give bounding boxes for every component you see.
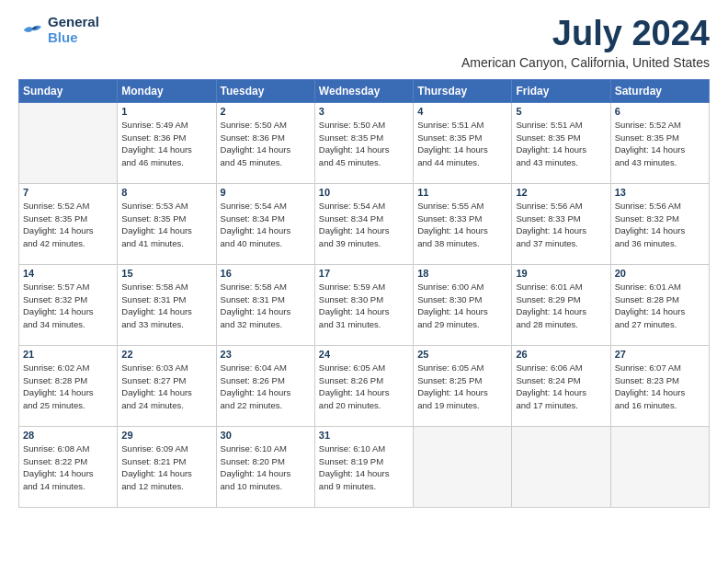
header: General Blue July 2024 American Canyon, … (18, 15, 710, 70)
day-info: Sunrise: 5:52 AM Sunset: 8:35 PM Dayligh… (23, 200, 113, 250)
day-number: 7 (23, 187, 113, 198)
day-number: 8 (121, 187, 211, 198)
day-info: Sunrise: 6:03 AM Sunset: 8:27 PM Dayligh… (121, 362, 211, 412)
calendar-cell: 6Sunrise: 5:52 AM Sunset: 8:35 PM Daylig… (610, 102, 709, 183)
day-info: Sunrise: 6:01 AM Sunset: 8:28 PM Dayligh… (615, 281, 705, 331)
calendar-cell: 27Sunrise: 6:07 AM Sunset: 8:23 PM Dayli… (610, 345, 709, 426)
day-info: Sunrise: 6:01 AM Sunset: 8:29 PM Dayligh… (516, 281, 606, 331)
calendar-cell: 28Sunrise: 6:08 AM Sunset: 8:22 PM Dayli… (19, 426, 118, 507)
calendar-header-sunday: Sunday (19, 79, 118, 102)
calendar-header-saturday: Saturday (610, 79, 709, 102)
day-info: Sunrise: 6:10 AM Sunset: 8:20 PM Dayligh… (221, 442, 311, 493)
calendar-cell: 16Sunrise: 5:58 AM Sunset: 8:31 PM Dayli… (216, 264, 314, 345)
calendar-week-5: 28Sunrise: 6:08 AM Sunset: 8:22 PM Dayli… (19, 426, 710, 507)
calendar-cell: 26Sunrise: 6:06 AM Sunset: 8:24 PM Dayli… (512, 345, 610, 426)
day-info: Sunrise: 6:06 AM Sunset: 8:24 PM Dayligh… (516, 362, 606, 412)
day-number: 27 (615, 349, 705, 360)
calendar-cell: 23Sunrise: 6:04 AM Sunset: 8:26 PM Dayli… (216, 345, 314, 426)
day-info: Sunrise: 5:55 AM Sunset: 8:33 PM Dayligh… (417, 200, 507, 250)
day-info: Sunrise: 5:51 AM Sunset: 8:35 PM Dayligh… (417, 119, 507, 169)
day-number: 1 (121, 106, 211, 117)
day-number: 19 (516, 268, 606, 279)
calendar-cell: 2Sunrise: 5:50 AM Sunset: 8:36 PM Daylig… (216, 102, 314, 183)
day-number: 21 (23, 349, 113, 360)
calendar-header-friday: Friday (512, 79, 610, 102)
day-number: 16 (221, 268, 311, 279)
day-info: Sunrise: 5:58 AM Sunset: 8:31 PM Dayligh… (221, 281, 311, 331)
day-info: Sunrise: 5:50 AM Sunset: 8:35 PM Dayligh… (319, 119, 409, 169)
logo-bird-icon (18, 20, 44, 40)
calendar-cell: 12Sunrise: 5:56 AM Sunset: 8:33 PM Dayli… (512, 183, 610, 264)
day-number: 3 (319, 106, 409, 117)
day-info: Sunrise: 5:51 AM Sunset: 8:35 PM Dayligh… (516, 119, 606, 169)
day-info: Sunrise: 5:53 AM Sunset: 8:35 PM Dayligh… (121, 200, 211, 250)
page: General Blue July 2024 American Canyon, … (0, 0, 728, 563)
day-info: Sunrise: 5:54 AM Sunset: 8:34 PM Dayligh… (221, 200, 311, 250)
calendar-cell: 18Sunrise: 6:00 AM Sunset: 8:30 PM Dayli… (414, 264, 512, 345)
calendar-week-1: 1Sunrise: 5:49 AM Sunset: 8:36 PM Daylig… (19, 102, 710, 183)
day-info: Sunrise: 6:08 AM Sunset: 8:22 PM Dayligh… (23, 442, 113, 493)
day-number: 31 (319, 430, 409, 441)
calendar-cell: 19Sunrise: 6:01 AM Sunset: 8:29 PM Dayli… (512, 264, 610, 345)
calendar-cell (414, 426, 512, 507)
calendar-cell: 25Sunrise: 6:05 AM Sunset: 8:25 PM Dayli… (414, 345, 512, 426)
calendar-cell: 31Sunrise: 6:10 AM Sunset: 8:19 PM Dayli… (314, 426, 413, 507)
calendar-cell (610, 426, 709, 507)
calendar-header-row: SundayMondayTuesdayWednesdayThursdayFrid… (19, 79, 710, 102)
calendar-cell: 15Sunrise: 5:58 AM Sunset: 8:31 PM Dayli… (118, 264, 216, 345)
calendar-cell: 21Sunrise: 6:02 AM Sunset: 8:28 PM Dayli… (19, 345, 118, 426)
day-number: 17 (319, 268, 409, 279)
calendar-cell: 1Sunrise: 5:49 AM Sunset: 8:36 PM Daylig… (118, 102, 216, 183)
day-number: 6 (615, 106, 705, 117)
day-number: 9 (221, 187, 311, 198)
day-info: Sunrise: 5:50 AM Sunset: 8:36 PM Dayligh… (221, 119, 311, 169)
calendar-cell: 22Sunrise: 6:03 AM Sunset: 8:27 PM Dayli… (118, 345, 216, 426)
day-number: 30 (221, 430, 311, 441)
logo-general: General (48, 15, 99, 30)
day-number: 26 (516, 349, 606, 360)
day-info: Sunrise: 5:56 AM Sunset: 8:33 PM Dayligh… (516, 200, 606, 250)
day-number: 5 (516, 106, 606, 117)
calendar-cell: 11Sunrise: 5:55 AM Sunset: 8:33 PM Dayli… (414, 183, 512, 264)
calendar-cell: 13Sunrise: 5:56 AM Sunset: 8:32 PM Dayli… (610, 183, 709, 264)
day-info: Sunrise: 5:49 AM Sunset: 8:36 PM Dayligh… (121, 119, 211, 169)
calendar-header-thursday: Thursday (414, 79, 512, 102)
day-number: 4 (417, 106, 507, 117)
logo: General Blue (18, 15, 99, 45)
calendar-week-3: 14Sunrise: 5:57 AM Sunset: 8:32 PM Dayli… (19, 264, 710, 345)
day-number: 28 (23, 430, 113, 441)
calendar-week-2: 7Sunrise: 5:52 AM Sunset: 8:35 PM Daylig… (19, 183, 710, 264)
calendar-cell (19, 102, 118, 183)
day-info: Sunrise: 6:05 AM Sunset: 8:25 PM Dayligh… (417, 362, 507, 412)
calendar-cell: 24Sunrise: 6:05 AM Sunset: 8:26 PM Dayli… (314, 345, 413, 426)
main-title: July 2024 (461, 15, 710, 53)
calendar-cell: 7Sunrise: 5:52 AM Sunset: 8:35 PM Daylig… (19, 183, 118, 264)
day-info: Sunrise: 6:05 AM Sunset: 8:26 PM Dayligh… (319, 362, 409, 412)
day-number: 29 (121, 430, 211, 441)
calendar-cell: 14Sunrise: 5:57 AM Sunset: 8:32 PM Dayli… (19, 264, 118, 345)
title-block: July 2024 American Canyon, California, U… (461, 15, 710, 70)
day-info: Sunrise: 6:10 AM Sunset: 8:19 PM Dayligh… (319, 442, 409, 493)
day-number: 2 (221, 106, 311, 117)
calendar-cell: 30Sunrise: 6:10 AM Sunset: 8:20 PM Dayli… (216, 426, 314, 507)
calendar-cell: 8Sunrise: 5:53 AM Sunset: 8:35 PM Daylig… (118, 183, 216, 264)
day-number: 11 (417, 187, 507, 198)
calendar-table: SundayMondayTuesdayWednesdayThursdayFrid… (18, 79, 710, 508)
day-info: Sunrise: 5:54 AM Sunset: 8:34 PM Dayligh… (319, 200, 409, 250)
subtitle: American Canyon, California, United Stat… (461, 55, 710, 70)
day-info: Sunrise: 6:07 AM Sunset: 8:23 PM Dayligh… (615, 362, 705, 412)
day-info: Sunrise: 5:57 AM Sunset: 8:32 PM Dayligh… (23, 281, 113, 331)
calendar-cell: 29Sunrise: 6:09 AM Sunset: 8:21 PM Dayli… (118, 426, 216, 507)
calendar-header-wednesday: Wednesday (314, 79, 413, 102)
day-info: Sunrise: 6:09 AM Sunset: 8:21 PM Dayligh… (121, 442, 211, 493)
day-number: 23 (221, 349, 311, 360)
day-number: 24 (319, 349, 409, 360)
day-number: 15 (121, 268, 211, 279)
calendar-cell (512, 426, 610, 507)
calendar-cell: 4Sunrise: 5:51 AM Sunset: 8:35 PM Daylig… (414, 102, 512, 183)
day-number: 22 (121, 349, 211, 360)
calendar-cell: 3Sunrise: 5:50 AM Sunset: 8:35 PM Daylig… (314, 102, 413, 183)
day-number: 10 (319, 187, 409, 198)
day-number: 25 (417, 349, 507, 360)
calendar-header-tuesday: Tuesday (216, 79, 314, 102)
